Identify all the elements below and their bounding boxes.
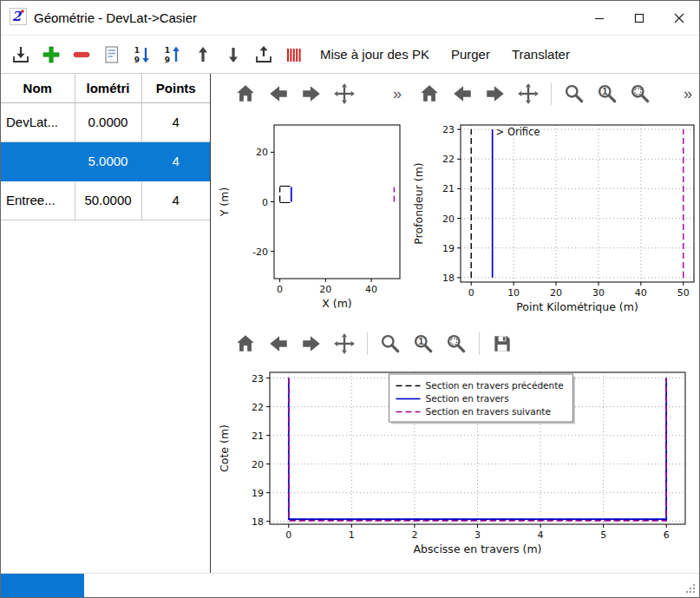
section-plot-canvas[interactable]: 0123456181920212223Abscisse en travers (…	[211, 364, 699, 572]
sections-table-panel: Nom lométri Points DevLat... 0.0000 4 5.…	[1, 74, 211, 573]
home-button[interactable]	[415, 80, 443, 108]
forward-button[interactable]	[298, 330, 325, 358]
svg-text:Cote (m): Cote (m)	[218, 424, 231, 472]
cell-pk[interactable]: 5.0000	[75, 141, 141, 181]
svg-text:40: 40	[365, 284, 377, 295]
table-row-selected[interactable]: 5.0000 4	[1, 141, 210, 181]
home-button[interactable]	[232, 80, 259, 108]
svg-text:2: 2	[12, 9, 23, 24]
xy-plot-panel: » 02040-20020X (m)Y (m)	[211, 74, 405, 324]
sort-down-icon	[132, 44, 153, 65]
table-row[interactable]: Entree... 50.0000 4	[1, 181, 210, 220]
pan-button[interactable]	[330, 80, 358, 108]
svg-text:21: 21	[442, 183, 455, 194]
svg-text:18: 18	[252, 516, 264, 528]
zoom-region-icon	[445, 332, 468, 355]
svg-text:5: 5	[600, 529, 606, 541]
forward-button[interactable]	[481, 80, 509, 108]
move-up-icon	[193, 44, 213, 65]
purger-button[interactable]: Purger	[442, 47, 499, 62]
back-button[interactable]	[265, 330, 292, 358]
window-title: Géométrie - DevLat->Casier	[34, 10, 197, 25]
sort-down-button[interactable]	[129, 42, 155, 68]
back-button[interactable]	[448, 80, 476, 108]
maximize-icon	[634, 13, 644, 23]
cell-nom[interactable]: Entree...	[1, 181, 75, 220]
zoom-region-icon	[629, 82, 651, 105]
cell-pk[interactable]: 50.0000	[75, 181, 141, 220]
zoom-region-button[interactable]	[626, 80, 654, 108]
maximize-button[interactable]	[619, 1, 659, 35]
svg-text:1: 1	[349, 529, 355, 541]
remove-button[interactable]	[69, 42, 95, 68]
home-icon	[234, 82, 257, 105]
save-button[interactable]	[488, 330, 516, 358]
resize-grip[interactable]	[683, 581, 697, 595]
edit-button[interactable]	[99, 42, 125, 68]
svg-text:Section en travers: Section en travers	[426, 393, 509, 404]
col-header-points[interactable]: Points	[141, 74, 210, 102]
forward-button[interactable]	[298, 80, 325, 108]
col-header-pk[interactable]: lométri	[75, 74, 141, 102]
zoom-button[interactable]	[376, 330, 404, 358]
section-plot-panel: 0123456181920212223Abscisse en travers (…	[211, 324, 699, 573]
svg-text:0: 0	[262, 197, 268, 208]
pan-button[interactable]	[330, 330, 358, 358]
toolbar-overflow-chevron[interactable]: »	[393, 86, 402, 102]
svg-text:Profondeur (m): Profondeur (m)	[412, 162, 425, 244]
titlebar[interactable]: 2 Géométrie - DevLat->Casier	[1, 1, 699, 36]
toolbar-separator	[551, 82, 552, 105]
home-icon	[418, 82, 441, 105]
xy-plot-canvas[interactable]: 02040-20020X (m)Y (m)	[211, 113, 405, 321]
cell-pk[interactable]: 0.0000	[75, 102, 141, 141]
translater-button[interactable]: Translater	[503, 47, 579, 62]
import-button[interactable]	[8, 42, 34, 68]
back-button[interactable]	[265, 80, 292, 108]
zoom-button[interactable]	[560, 80, 588, 108]
back-icon	[267, 82, 290, 105]
profile-plot-panel: » 01020304050181920212223Point Kilométri…	[405, 74, 699, 324]
table-row[interactable]: DevLat... 0.0000 4	[1, 102, 210, 141]
pk-stripes-icon	[284, 44, 304, 65]
svg-text:19: 19	[252, 488, 264, 499]
svg-text:40: 40	[635, 287, 647, 299]
pk-stripes-button[interactable]	[281, 42, 307, 68]
cell-points[interactable]: 4	[141, 102, 210, 141]
move-down-icon	[223, 44, 244, 65]
top-plot-row: » 02040-20020X (m)Y (m) » 01020304050181…	[211, 74, 699, 324]
update-pk-button[interactable]: Mise à jour des PK	[311, 47, 438, 62]
svg-text:20: 20	[256, 147, 268, 158]
plots-area: » 02040-20020X (m)Y (m) » 01020304050181…	[211, 74, 699, 573]
svg-text:2: 2	[411, 529, 417, 541]
svg-text:22: 22	[442, 154, 455, 165]
cell-points[interactable]: 4	[141, 141, 210, 181]
main-toolbar: Mise à jour des PK Purger Translater	[1, 36, 699, 74]
caption-buttons	[579, 1, 699, 35]
cell-nom[interactable]	[1, 141, 75, 181]
cell-points[interactable]: 4	[141, 181, 210, 220]
minimize-button[interactable]	[579, 1, 619, 35]
move-up-button[interactable]	[190, 42, 216, 68]
export-button[interactable]	[251, 42, 277, 68]
toolbar-overflow-chevron[interactable]: »	[684, 86, 692, 102]
profile-plot-toolbar: »	[405, 74, 699, 113]
add-button[interactable]	[38, 42, 64, 68]
zoom-one-button[interactable]	[409, 330, 437, 358]
profile-plot-canvas[interactable]: 01020304050181920212223Point Kilométriqu…	[405, 113, 699, 321]
col-header-nom[interactable]: Nom	[1, 74, 75, 102]
svg-text:Section en travers suivante: Section en travers suivante	[426, 406, 551, 417]
sort-up-button[interactable]	[160, 42, 186, 68]
remove-icon	[71, 44, 92, 65]
svg-text:-20: -20	[252, 246, 268, 258]
cell-nom[interactable]: DevLat...	[1, 102, 75, 141]
move-down-button[interactable]	[220, 42, 246, 68]
svg-text:Section en travers précédente: Section en travers précédente	[426, 380, 564, 391]
zoom-region-button[interactable]	[442, 330, 470, 358]
close-button[interactable]	[659, 1, 699, 35]
svg-text:0: 0	[285, 529, 291, 541]
pan-button[interactable]	[514, 80, 542, 108]
pan-icon	[333, 332, 356, 355]
zoom-one-button[interactable]	[593, 80, 621, 108]
home-button[interactable]	[232, 330, 259, 358]
svg-text:20: 20	[550, 287, 562, 299]
